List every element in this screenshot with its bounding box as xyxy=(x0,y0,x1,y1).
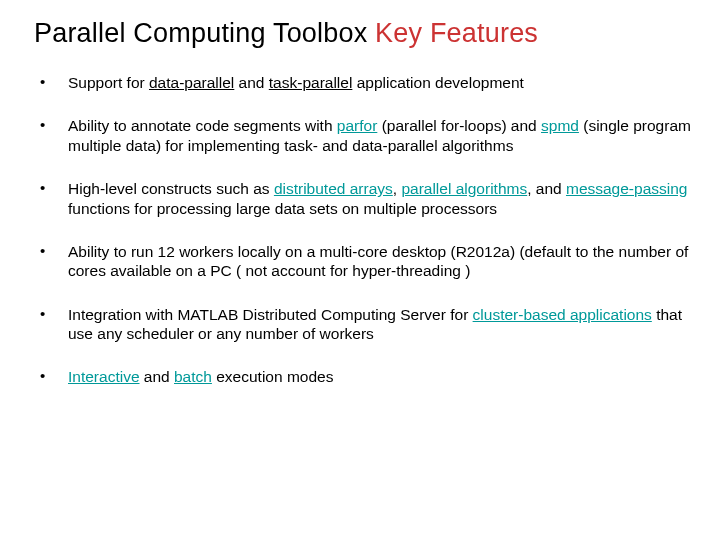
title-plain: Parallel Computing Toolbox xyxy=(34,18,375,48)
bullet-item: Ability to run 12 workers locally on a m… xyxy=(34,242,692,281)
text-segment: Ability to annotate code segments with xyxy=(68,117,337,134)
text-segment: application development xyxy=(352,74,523,91)
text-segment: message-passing xyxy=(566,180,687,197)
text-segment: task-parallel xyxy=(269,74,353,91)
text-segment: functions for processing large data sets… xyxy=(68,200,497,217)
slide: Parallel Computing Toolbox Key Features … xyxy=(0,0,720,540)
text-segment: distributed arrays xyxy=(274,180,393,197)
text-segment: , and xyxy=(527,180,566,197)
text-segment: execution modes xyxy=(212,368,334,385)
text-segment: and xyxy=(140,368,174,385)
text-segment: batch xyxy=(174,368,212,385)
bullet-item: Integration with MATLAB Distributed Comp… xyxy=(34,305,692,344)
text-segment: spmd xyxy=(541,117,579,134)
bullet-item: Support for data-parallel and task-paral… xyxy=(34,73,692,92)
text-segment: Integration with MATLAB Distributed Comp… xyxy=(68,306,473,323)
slide-title: Parallel Computing Toolbox Key Features xyxy=(34,18,692,49)
text-segment: cluster-based applications xyxy=(473,306,652,323)
bullet-item: Interactive and batch execution modes xyxy=(34,367,692,386)
text-segment: Ability to run 12 workers locally on a m… xyxy=(68,243,688,279)
text-segment: parfor xyxy=(337,117,378,134)
text-segment: Support for xyxy=(68,74,149,91)
bullet-list: Support for data-parallel and task-paral… xyxy=(34,73,692,387)
text-segment: data-parallel xyxy=(149,74,234,91)
text-segment: parallel algorithms xyxy=(401,180,527,197)
bullet-item: High-level constructs such as distribute… xyxy=(34,179,692,218)
text-segment: (parallel for-loops) and xyxy=(377,117,541,134)
bullet-item: Ability to annotate code segments with p… xyxy=(34,116,692,155)
text-segment: Interactive xyxy=(68,368,140,385)
title-accent: Key Features xyxy=(375,18,538,48)
text-segment: High-level constructs such as xyxy=(68,180,274,197)
text-segment: and xyxy=(234,74,268,91)
